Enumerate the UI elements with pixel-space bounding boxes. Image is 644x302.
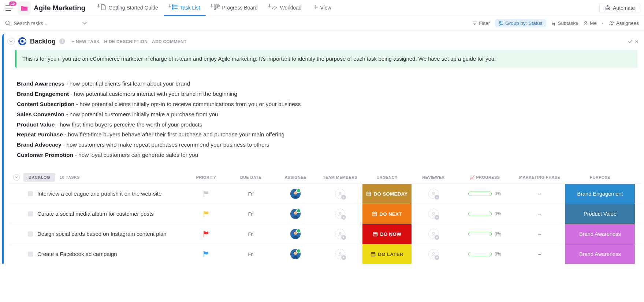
table-row[interactable]: Design social cards based on Instagram c…	[10, 224, 642, 244]
due-date[interactable]: Fri	[248, 231, 253, 237]
due-date[interactable]: Fri	[248, 252, 253, 257]
purpose-cell[interactable]: Brand Awareness	[565, 244, 635, 264]
task-checkbox[interactable]	[28, 231, 33, 237]
table-row[interactable]: Interview a colleague and publish it on …	[10, 184, 642, 204]
task-name[interactable]: Curate a social media album for customer…	[37, 208, 156, 220]
me-button[interactable]: Me	[583, 20, 597, 26]
urgency-cell[interactable]: DO NEXT	[362, 204, 412, 224]
progress-value: 0%	[495, 231, 501, 237]
urgency-cell[interactable]: DO LATER	[362, 244, 412, 264]
svg-rect-12	[214, 5, 216, 10]
collapse-section-toggle[interactable]	[13, 174, 20, 181]
progress-cell[interactable]: 0%	[468, 231, 501, 237]
add-assignee-button[interactable]: +	[428, 249, 439, 259]
team-members-cell[interactable]: +	[318, 184, 362, 204]
task-name[interactable]: Create a Facebook ad campaign	[37, 248, 119, 260]
reviewer-cell[interactable]: +	[412, 184, 455, 204]
progress-cell[interactable]: 0%	[468, 191, 501, 196]
col-progress[interactable]: 📈 PROGRESS	[455, 175, 514, 180]
team-members-cell[interactable]: +	[318, 244, 362, 264]
priority-cell[interactable]	[184, 184, 228, 204]
assignee-cell[interactable]	[273, 224, 318, 244]
assignee-cell[interactable]	[273, 184, 318, 204]
task-name[interactable]: Interview a colleague and publish it on …	[37, 188, 164, 200]
col-priority[interactable]: PRIORITY	[184, 175, 228, 180]
group-description: This is for you if you are an eCommerce …	[15, 50, 637, 160]
urgency-cell[interactable]: DO SOMEDAY	[362, 184, 412, 204]
reviewer-cell[interactable]: +	[412, 204, 455, 224]
hide-description-button[interactable]: HIDE DESCRIPTION	[104, 39, 148, 44]
task-checkbox[interactable]	[28, 191, 33, 196]
table-row[interactable]: Create a Facebook ad campaignFri+DO LATE…	[10, 244, 642, 264]
col-assignee[interactable]: ASSIGNEE	[273, 175, 318, 180]
add-assignee-button[interactable]: +	[335, 189, 345, 199]
task-checkbox[interactable]	[28, 211, 33, 216]
marketing-phase-cell[interactable]: –	[538, 211, 541, 217]
marketing-phase-cell[interactable]: –	[538, 251, 541, 257]
assignee-cell[interactable]	[273, 204, 318, 224]
col-urgency[interactable]: URGENCY	[362, 175, 412, 180]
purpose-cell[interactable]: Product Value	[565, 204, 635, 224]
menu-button[interactable]: 10	[4, 3, 15, 14]
add-assignee-button[interactable]: +	[335, 229, 345, 239]
purpose-cell[interactable]: Brand Awareness	[565, 224, 635, 244]
svg-point-59	[339, 233, 341, 234]
marketing-phase-cell[interactable]: –	[538, 231, 541, 237]
doc-icon	[101, 4, 106, 11]
new-task-button[interactable]: + NEW TASK	[72, 39, 100, 44]
view-tab-getting-started-guide[interactable]: Getting Started Guide	[93, 0, 164, 16]
priority-cell[interactable]	[184, 204, 228, 224]
filter-icon	[472, 21, 477, 26]
automate-button[interactable]: Automate	[599, 3, 640, 13]
col-marketing-phase[interactable]: MARKETING PHASE	[514, 175, 565, 180]
assignee-cell[interactable]	[273, 244, 318, 264]
marketing-phase-cell[interactable]: –	[538, 191, 541, 197]
due-date[interactable]: Fri	[248, 191, 253, 197]
folder-chip[interactable]	[18, 1, 31, 15]
svg-point-21	[607, 8, 607, 9]
table-row[interactable]: Curate a social media album for customer…	[10, 204, 642, 224]
urgency-cell[interactable]: DO NOW	[362, 224, 412, 244]
due-date[interactable]: Fri	[248, 211, 253, 217]
add-assignee-button[interactable]: +	[428, 229, 439, 239]
add-assignee-button[interactable]: +	[428, 209, 439, 219]
filter-button[interactable]: Filter	[472, 20, 490, 26]
collapse-toggle[interactable]	[7, 38, 15, 45]
assignees-button[interactable]: Assignees	[609, 20, 639, 26]
task-checkbox[interactable]	[28, 252, 33, 257]
search-input[interactable]	[14, 20, 79, 26]
svg-point-9	[172, 8, 173, 9]
priority-cell[interactable]	[184, 224, 228, 244]
priority-cell[interactable]	[184, 244, 228, 264]
chevron-down-icon[interactable]	[82, 22, 87, 25]
task-name[interactable]: Design social cards based on Instagram c…	[37, 228, 169, 240]
progress-cell[interactable]: 0%	[468, 211, 501, 216]
team-members-cell[interactable]: +	[318, 224, 362, 244]
avatar[interactable]	[290, 209, 301, 219]
progress-cell[interactable]: 0%	[468, 252, 501, 257]
col-team-members[interactable]: TEAM MEMBERS	[318, 175, 362, 180]
col-reviewer[interactable]: REVIEWER	[412, 175, 455, 180]
view-tab-task-list[interactable]: Task List	[164, 0, 206, 16]
team-members-cell[interactable]: +	[318, 204, 362, 224]
col-due-date[interactable]: DUE DATE	[228, 175, 273, 180]
reviewer-cell[interactable]: +	[412, 244, 455, 264]
info-icon[interactable]: i	[59, 38, 65, 44]
avatar[interactable]	[290, 249, 301, 259]
add-comment-button[interactable]: ADD COMMENT	[152, 39, 187, 44]
col-purpose[interactable]: PURPOSE	[565, 175, 635, 180]
view-tab-progress-board[interactable]: Progress Board	[206, 0, 263, 16]
avatar[interactable]	[290, 229, 301, 239]
view-tab-workload[interactable]: Workload	[264, 0, 308, 16]
subtasks-button[interactable]: Subtasks	[551, 20, 578, 26]
avatar[interactable]	[290, 189, 301, 199]
group-by-button[interactable]: Group by: Status	[495, 19, 546, 27]
add-assignee-button[interactable]: +	[335, 209, 345, 219]
purpose-cell[interactable]: Brand Engagement	[565, 184, 635, 204]
search-box[interactable]	[5, 20, 472, 26]
view-tab-view[interactable]: View	[308, 0, 337, 16]
status-badge[interactable]: BACKLOG	[23, 173, 55, 182]
reviewer-cell[interactable]: +	[412, 224, 455, 244]
add-assignee-button[interactable]: +	[335, 249, 345, 259]
add-assignee-button[interactable]: +	[428, 189, 439, 199]
